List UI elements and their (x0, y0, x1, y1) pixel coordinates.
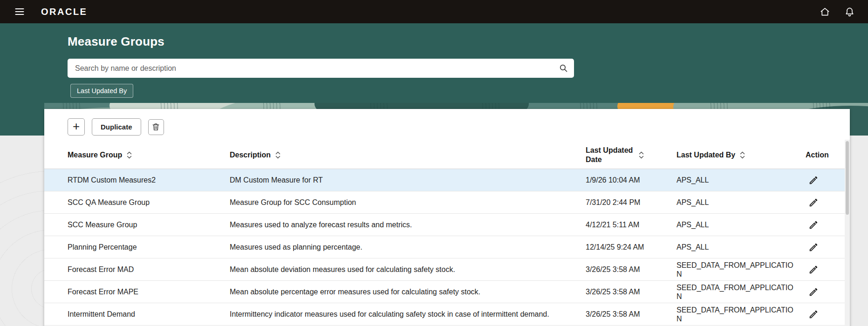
table-row[interactable]: SCC QA Measure Group Measure Group for S… (44, 191, 850, 214)
delete-button[interactable] (148, 119, 164, 135)
edit-button[interactable] (807, 219, 820, 231)
pencil-icon (808, 309, 819, 319)
cell-action (806, 264, 850, 276)
cell-action (806, 219, 850, 231)
table-row[interactable]: Forecast Error MAPE Mean absolute percen… (44, 281, 850, 303)
cell-action (806, 197, 850, 209)
column-header-action: Action (806, 150, 850, 160)
hamburger-menu-button[interactable] (12, 4, 27, 19)
cell-last-updated-date: 3/26/25 3:58 AM (586, 288, 677, 296)
table-header-row: Measure Group Description Last Updated D… (44, 141, 850, 169)
cell-last-updated-by: SEED_DATA_FROM_APPLICATION (677, 306, 806, 323)
cell-last-updated-by: APS_ALL (677, 198, 806, 207)
edit-button[interactable] (807, 264, 820, 276)
bell-icon (844, 7, 855, 17)
plus-icon: + (73, 120, 80, 132)
cell-measure-group: Forecast Error MAD (68, 265, 230, 274)
cell-description: Mean absolute deviation measures used fo… (230, 265, 586, 274)
edit-button[interactable] (807, 286, 820, 298)
edit-button[interactable] (807, 174, 820, 186)
pencil-icon (808, 220, 819, 230)
scrollbar-thumb[interactable] (846, 141, 849, 215)
cell-last-updated-by: SEED_DATA_FROM_APPLICATION (677, 283, 806, 301)
cell-last-updated-by: SEED_DATA_FROM_APPLICATION (677, 261, 806, 278)
sort-button-last-updated-by[interactable] (739, 151, 745, 159)
search-button[interactable] (555, 61, 571, 76)
cell-description: Measures used as planning percentage. (230, 243, 586, 251)
table-row[interactable]: Forecast Error MAD Mean absolute deviati… (44, 258, 850, 281)
table-row[interactable]: Intermittent Demand Intermittency indica… (44, 303, 850, 326)
topbar-actions (819, 6, 856, 18)
cell-action (806, 286, 850, 298)
table-row[interactable]: Planning Percentage Measures used as pla… (44, 236, 850, 258)
cell-last-updated-date: 3/26/25 3:58 AM (586, 265, 677, 274)
pencil-icon (808, 197, 819, 208)
pencil-icon (808, 287, 819, 297)
page-title: Measure Groups (68, 34, 868, 49)
table-body: RTDM Custom Measures2 DM Custom Measure … (44, 169, 850, 326)
column-header-last-updated-date: Last Updated Date (586, 146, 677, 164)
cell-measure-group: SCC QA Measure Group (68, 198, 230, 207)
trash-icon (151, 122, 160, 131)
sort-icon (275, 151, 281, 159)
cell-last-updated-date: 12/14/25 9:24 AM (586, 243, 677, 251)
edit-button[interactable] (807, 241, 820, 253)
cell-description: Intermittency indicator measures used fo… (230, 310, 586, 319)
edit-button[interactable] (807, 197, 820, 209)
column-header-description: Description (230, 150, 586, 160)
sort-button-last-updated-date[interactable] (638, 151, 644, 159)
home-icon (820, 7, 830, 17)
search-bar (68, 59, 574, 78)
cell-last-updated-by: APS_ALL (677, 176, 806, 184)
oracle-logo: ORACLE (41, 7, 87, 17)
cell-measure-group: Intermittent Demand (68, 310, 230, 319)
home-button[interactable] (819, 6, 831, 18)
cell-last-updated-by: APS_ALL (677, 220, 806, 229)
cell-measure-group: Planning Percentage (68, 243, 230, 251)
cell-measure-group: SCC Measure Group (68, 221, 230, 229)
cell-action (806, 308, 850, 320)
cell-description: DM Custom Measure for RT (230, 176, 586, 184)
filter-chip-last-updated-by[interactable]: Last Updated By (70, 84, 133, 98)
top-navigation-bar: ORACLE (0, 0, 868, 23)
cell-description: Measure Group for SCC Consumption (230, 198, 586, 207)
table-toolbar: + Duplicate (44, 109, 850, 136)
cell-last-updated-date: 7/31/20 2:44 PM (586, 198, 677, 207)
duplicate-button[interactable]: Duplicate (92, 118, 141, 136)
cell-measure-group: RTDM Custom Measures2 (68, 176, 230, 184)
column-header-measure-group: Measure Group (68, 150, 230, 160)
cell-description: Mean absolute percentage error measures … (230, 288, 586, 296)
cell-action (806, 174, 850, 186)
edit-button[interactable] (807, 308, 820, 320)
vertical-scrollbar[interactable] (845, 140, 850, 326)
cell-last-updated-date: 4/12/21 5:11 AM (586, 221, 677, 229)
hamburger-icon (14, 6, 25, 17)
sort-icon (739, 151, 745, 159)
pencil-icon (808, 175, 819, 185)
measure-groups-card: + Duplicate Measure Group Description (44, 109, 850, 326)
search-input[interactable] (68, 59, 574, 78)
cell-last-updated-date: 3/26/25 3:58 AM (586, 310, 677, 319)
pencil-icon (808, 242, 819, 252)
cell-description: Measures used to analyze forecast result… (230, 221, 586, 229)
sort-button-measure-group[interactable] (126, 151, 132, 159)
sort-button-description[interactable] (275, 151, 281, 159)
add-button[interactable]: + (68, 118, 85, 136)
search-icon (559, 63, 568, 73)
sort-icon (126, 151, 132, 159)
notifications-button[interactable] (843, 6, 856, 18)
cell-last-updated-date: 1/9/26 10:04 AM (586, 176, 677, 184)
cell-action (806, 241, 850, 253)
pencil-icon (808, 265, 819, 275)
cell-measure-group: Forecast Error MAPE (68, 288, 230, 296)
table-row[interactable]: SCC Measure Group Measures used to analy… (44, 214, 850, 236)
cell-last-updated-by: APS_ALL (677, 243, 806, 251)
column-header-last-updated-by: Last Updated By (677, 150, 806, 160)
sort-icon (638, 151, 644, 159)
table-row[interactable]: RTDM Custom Measures2 DM Custom Measure … (44, 169, 850, 191)
